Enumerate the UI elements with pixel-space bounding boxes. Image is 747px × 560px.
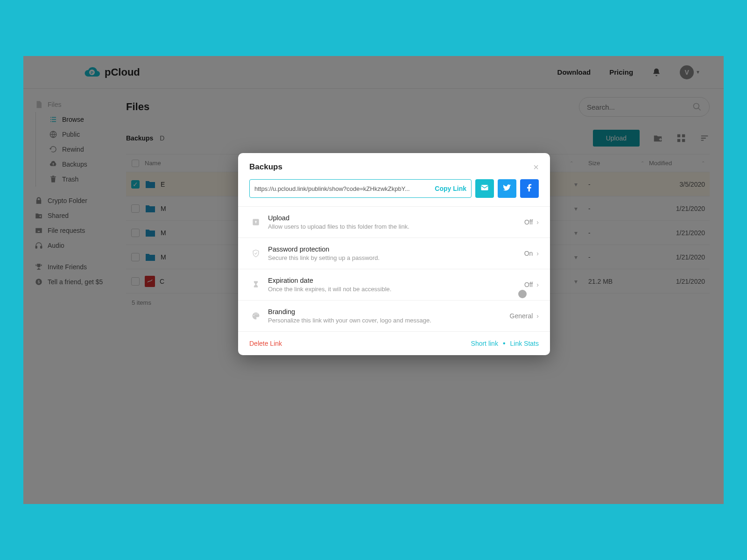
svg-point-17 <box>257 314 258 315</box>
setting-title: Password protection <box>268 245 524 253</box>
share-email-button[interactable] <box>475 179 494 198</box>
link-url-box[interactable]: https://u.pcloud.link/publink/show?code=… <box>249 179 472 198</box>
setting-desc: Allow users to upload files to this fold… <box>268 223 524 230</box>
setting-desc: Personalize this link with your own cove… <box>268 317 510 324</box>
chevron-right-icon: › <box>536 281 539 288</box>
share-link-modal: Backups × https://u.pcloud.link/publink/… <box>238 153 550 355</box>
copy-link-button[interactable]: Copy Link <box>435 185 466 192</box>
setting-desc: Secure this link by setting up a passwor… <box>268 254 524 261</box>
svg-point-16 <box>254 314 255 315</box>
facebook-icon <box>525 183 534 194</box>
modal-title: Backups <box>249 162 282 172</box>
svg-point-15 <box>254 315 254 316</box>
hourglass-icon <box>249 280 262 289</box>
close-icon[interactable]: × <box>533 162 539 172</box>
link-url: https://u.pcloud.link/publink/show?code=… <box>254 185 431 192</box>
twitter-icon <box>502 183 512 194</box>
upload-icon <box>249 217 262 227</box>
setting-desc: Once the link expires, it will not be ac… <box>268 286 524 293</box>
setting-hourglass[interactable]: Expiration dateOnce the link expires, it… <box>238 269 550 301</box>
link-stats-button[interactable]: Link Stats <box>510 340 539 347</box>
setting-palette[interactable]: BrandingPersonalize this link with your … <box>238 301 550 331</box>
setting-value: Off <box>524 218 533 226</box>
cursor-indicator <box>518 290 527 298</box>
setting-upload[interactable]: UploadAllow users to upload files to thi… <box>238 207 550 238</box>
setting-value: Off <box>524 281 533 288</box>
share-facebook-button[interactable] <box>520 179 539 198</box>
chevron-right-icon: › <box>536 250 539 257</box>
setting-value: On <box>524 250 533 257</box>
setting-shield[interactable]: Password protectionSecure this link by s… <box>238 238 550 269</box>
chevron-right-icon: › <box>536 218 539 226</box>
email-icon <box>480 183 489 194</box>
short-link-button[interactable]: Short link <box>471 340 498 347</box>
delete-link-button[interactable]: Delete Link <box>249 340 282 347</box>
shield-icon <box>249 249 262 258</box>
setting-value: General <box>510 312 533 320</box>
setting-title: Branding <box>268 308 510 315</box>
setting-title: Expiration date <box>268 277 524 284</box>
share-twitter-button[interactable] <box>498 179 516 198</box>
chevron-right-icon: › <box>536 312 539 320</box>
palette-icon <box>249 311 262 321</box>
setting-title: Upload <box>268 214 524 222</box>
foot-separator: • <box>503 339 506 348</box>
